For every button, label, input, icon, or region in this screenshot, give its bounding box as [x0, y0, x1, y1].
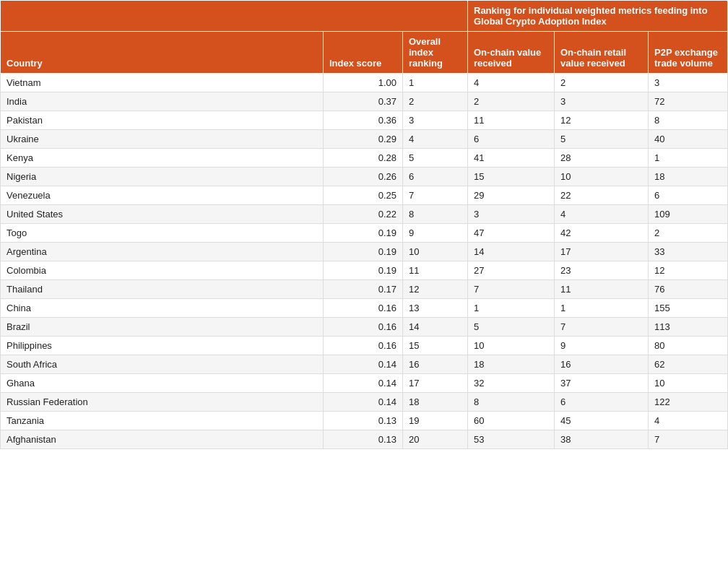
cell-country: Venezuela: [1, 186, 324, 205]
cell-index: 0.16: [324, 337, 403, 355]
cell-p2p: 4: [649, 412, 728, 430]
cell-index: 0.17: [324, 280, 403, 299]
cell-p2p: 12: [649, 261, 728, 280]
cell-onchain: 2: [468, 92, 555, 111]
cell-overall: 20: [403, 430, 468, 449]
cell-country: Vietnam: [1, 74, 324, 92]
cell-country: Thailand: [1, 280, 324, 299]
cell-retail: 22: [555, 186, 649, 205]
cell-overall: 19: [403, 412, 468, 430]
table-row: Nigeria0.266151018: [1, 168, 728, 186]
table-row: Argentina0.1910141733: [1, 243, 728, 261]
cell-onchain: 10: [468, 337, 555, 355]
cell-retail: 1: [555, 299, 649, 318]
cell-p2p: 18: [649, 168, 728, 186]
table-row: Philippines0.161510980: [1, 337, 728, 355]
cell-p2p: 122: [649, 393, 728, 412]
cell-country: India: [1, 92, 324, 111]
cell-p2p: 155: [649, 299, 728, 318]
table-row: Togo0.19947422: [1, 224, 728, 243]
cell-index: 0.19: [324, 261, 403, 280]
cell-retail: 12: [555, 111, 649, 130]
cell-retail: 28: [555, 149, 649, 168]
cell-index: 0.28: [324, 149, 403, 168]
cell-retail: 3: [555, 92, 649, 111]
cell-p2p: 76: [649, 280, 728, 299]
table-row: Russian Federation0.141886122: [1, 393, 728, 412]
cell-p2p: 72: [649, 92, 728, 111]
cell-country: Brazil: [1, 318, 324, 337]
cell-onchain: 7: [468, 280, 555, 299]
cell-index: 0.19: [324, 224, 403, 243]
cell-overall: 17: [403, 374, 468, 393]
cell-onchain: 47: [468, 224, 555, 243]
table-row: India0.3722372: [1, 92, 728, 111]
table-body: Vietnam1.001423India0.3722372Pakistan0.3…: [1, 74, 728, 449]
cell-p2p: 80: [649, 337, 728, 355]
cell-country: Philippines: [1, 337, 324, 355]
table-row: Venezuela0.25729226: [1, 186, 728, 205]
cell-p2p: 40: [649, 130, 728, 149]
cell-overall: 13: [403, 299, 468, 318]
table-row: Tanzania0.131960454: [1, 412, 728, 430]
top-header-row: Ranking for individual weighted metrics …: [1, 1, 728, 32]
cell-overall: 2: [403, 92, 468, 111]
cell-retail: 37: [555, 374, 649, 393]
cell-onchain: 32: [468, 374, 555, 393]
cell-onchain: 53: [468, 430, 555, 449]
table-row: Colombia0.1911272312: [1, 261, 728, 280]
col-header-onchain: On-chain value received: [468, 32, 555, 74]
cell-p2p: 7: [649, 430, 728, 449]
cell-p2p: 3: [649, 74, 728, 92]
cell-retail: 7: [555, 318, 649, 337]
cell-country: Russian Federation: [1, 393, 324, 412]
cell-overall: 11: [403, 261, 468, 280]
cell-country: Pakistan: [1, 111, 324, 130]
cell-overall: 18: [403, 393, 468, 412]
cell-overall: 8: [403, 205, 468, 224]
cell-index: 0.13: [324, 412, 403, 430]
cell-retail: 42: [555, 224, 649, 243]
table-row: Afghanistan0.132053387: [1, 430, 728, 449]
table-row: Thailand0.171271176: [1, 280, 728, 299]
cell-onchain: 14: [468, 243, 555, 261]
ranking-header: Ranking for individual weighted metrics …: [468, 1, 728, 32]
cell-p2p: 62: [649, 355, 728, 374]
cell-onchain: 18: [468, 355, 555, 374]
cell-p2p: 6: [649, 186, 728, 205]
cell-country: South Africa: [1, 355, 324, 374]
table-row: China0.161311155: [1, 299, 728, 318]
cell-retail: 23: [555, 261, 649, 280]
cell-onchain: 1: [468, 299, 555, 318]
cell-onchain: 6: [468, 130, 555, 149]
crypto-adoption-table: Ranking for individual weighted metrics …: [0, 0, 728, 449]
cell-retail: 2: [555, 74, 649, 92]
cell-country: Tanzania: [1, 412, 324, 430]
empty-col1: [1, 1, 324, 32]
cell-p2p: 109: [649, 205, 728, 224]
sub-header-row: Country Index score Overall index rankin…: [1, 32, 728, 74]
cell-p2p: 1: [649, 149, 728, 168]
table-row: Ukraine0.2946540: [1, 130, 728, 149]
cell-overall: 15: [403, 337, 468, 355]
table-row: South Africa0.1416181662: [1, 355, 728, 374]
cell-retail: 9: [555, 337, 649, 355]
cell-country: United States: [1, 205, 324, 224]
table-row: United States0.22834109: [1, 205, 728, 224]
cell-overall: 10: [403, 243, 468, 261]
cell-onchain: 8: [468, 393, 555, 412]
cell-index: 0.25: [324, 186, 403, 205]
cell-p2p: 8: [649, 111, 728, 130]
table-row: Brazil0.161457113: [1, 318, 728, 337]
empty-col3: [403, 1, 468, 32]
cell-index: 0.37: [324, 92, 403, 111]
cell-overall: 5: [403, 149, 468, 168]
cell-onchain: 41: [468, 149, 555, 168]
cell-p2p: 113: [649, 318, 728, 337]
cell-overall: 9: [403, 224, 468, 243]
cell-overall: 7: [403, 186, 468, 205]
table-row: Vietnam1.001423: [1, 74, 728, 92]
table-row: Kenya0.28541281: [1, 149, 728, 168]
col-header-retail: On-chain retail value received: [555, 32, 649, 74]
cell-overall: 6: [403, 168, 468, 186]
